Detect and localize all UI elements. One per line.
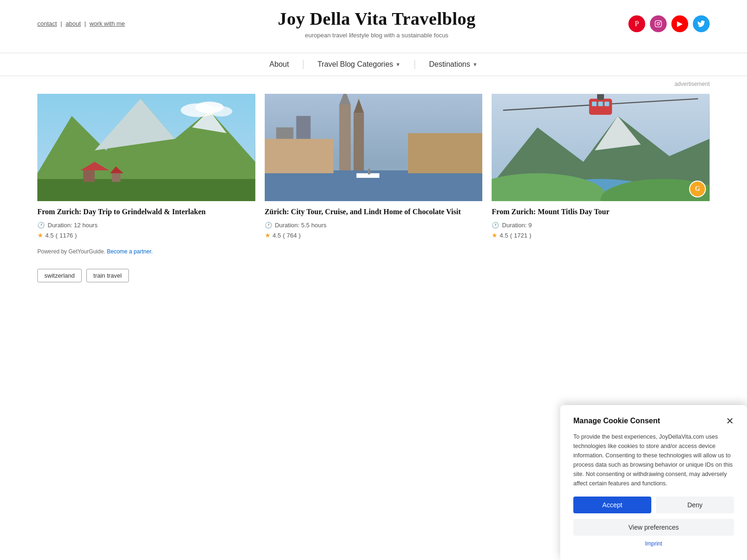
svg-rect-18 bbox=[339, 105, 351, 179]
clock-icon-2: 🕐 bbox=[265, 222, 272, 229]
card-rating-2: ★ 4.5 (764) bbox=[265, 231, 483, 239]
powered-by: Powered by GetYourGuide. Become a partne… bbox=[37, 248, 710, 255]
header-center: Joy Della Vita Travelblog european trave… bbox=[184, 8, 569, 39]
svg-rect-24 bbox=[368, 168, 370, 174]
card-3: G From Zurich: Mount Titlis Day Tour 🕐 D… bbox=[492, 94, 710, 239]
svg-point-2 bbox=[660, 21, 661, 22]
svg-rect-0 bbox=[655, 21, 661, 27]
chevron-down-icon-2: ▼ bbox=[472, 62, 478, 67]
clock-icon-3: 🕐 bbox=[492, 222, 499, 229]
svg-rect-26 bbox=[408, 133, 483, 173]
nav-destinations[interactable]: Destinations ▼ bbox=[415, 60, 492, 69]
svg-rect-40 bbox=[605, 102, 609, 106]
separator-2: | bbox=[85, 20, 86, 27]
cards-row: From Zurich: Day Trip to Grindelwald & I… bbox=[37, 94, 710, 239]
card-title-1[interactable]: From Zurich: Day Trip to Grindelwald & I… bbox=[37, 207, 255, 217]
getyourguide-badge: G bbox=[689, 181, 706, 197]
youtube-icon[interactable]: ▶ bbox=[671, 15, 688, 32]
pinterest-icon[interactable]: P bbox=[628, 15, 645, 32]
site-title: Joy Della Vita Travelblog bbox=[278, 8, 476, 29]
nav-travel-blog-categories[interactable]: Travel Blog Categories ▼ bbox=[303, 60, 415, 69]
card-title-3[interactable]: From Zurich: Mount Titlis Day Tour bbox=[492, 207, 710, 217]
about-link[interactable]: about bbox=[66, 20, 81, 27]
become-partner-link[interactable]: Become a partner. bbox=[107, 248, 153, 255]
svg-rect-8 bbox=[83, 170, 95, 182]
svg-rect-38 bbox=[592, 102, 597, 106]
card-2: Zürich: City Tour, Cruise, and Lindt Hom… bbox=[265, 94, 483, 239]
main-nav: About Travel Blog Categories ▼ Destinati… bbox=[0, 53, 747, 76]
rating-value-1: 4.5 bbox=[45, 232, 54, 239]
card-title-2[interactable]: Zürich: City Tour, Cruise, and Lindt Hom… bbox=[265, 207, 483, 217]
chevron-down-icon: ▼ bbox=[395, 62, 401, 67]
star-icon-2: ★ bbox=[265, 231, 271, 239]
work-with-me-link[interactable]: work with me bbox=[90, 20, 125, 27]
tag-train-travel[interactable]: train travel bbox=[86, 269, 129, 282]
card-image-3: G bbox=[492, 94, 710, 201]
svg-rect-7 bbox=[37, 179, 255, 201]
card-1: From Zurich: Day Trip to Grindelwald & I… bbox=[37, 94, 255, 239]
svg-point-1 bbox=[657, 22, 659, 25]
card-rating-3: ★ 4.5 (1721) bbox=[492, 231, 710, 239]
svg-rect-10 bbox=[112, 173, 120, 182]
social-icons: P ▶ bbox=[628, 15, 710, 32]
svg-rect-39 bbox=[599, 102, 603, 106]
top-links: contact | about | work with me bbox=[37, 20, 125, 27]
card-meta-3: 🕐 Duration: 9 bbox=[492, 222, 710, 229]
star-icon-3: ★ bbox=[492, 231, 498, 239]
rating-value-3: 4.5 bbox=[500, 232, 508, 239]
star-icon-1: ★ bbox=[37, 231, 43, 239]
card-duration-2: Duration: 5.5 hours bbox=[275, 222, 327, 229]
advertisement-label: advertisement bbox=[0, 76, 747, 89]
top-bar: contact | about | work with me Joy Della… bbox=[0, 0, 747, 43]
svg-rect-35 bbox=[598, 94, 604, 100]
tag-switzerland[interactable]: switzerland bbox=[37, 269, 82, 282]
card-duration-3: Duration: 9 bbox=[502, 222, 532, 229]
svg-rect-34 bbox=[589, 99, 612, 115]
card-rating-1: ★ 4.5 (1176) bbox=[37, 231, 255, 239]
tags-row: switzerland train travel bbox=[37, 269, 710, 282]
card-meta-1: 🕐 Duration: 12 hours bbox=[37, 222, 255, 229]
svg-point-14 bbox=[209, 106, 232, 117]
twitter-icon[interactable] bbox=[693, 15, 710, 32]
svg-rect-25 bbox=[265, 139, 333, 174]
nav-inner: About Travel Blog Categories ▼ Destinati… bbox=[0, 53, 747, 76]
card-image-2 bbox=[265, 94, 483, 201]
contact-link[interactable]: contact bbox=[37, 20, 57, 27]
card-image-1 bbox=[37, 94, 255, 201]
rating-reviews-1: ( bbox=[56, 232, 57, 239]
svg-rect-20 bbox=[353, 113, 364, 179]
separator-1: | bbox=[61, 20, 62, 27]
main-content: From Zurich: Day Trip to Grindelwald & I… bbox=[0, 94, 747, 301]
card-duration-1: Duration: 12 hours bbox=[48, 222, 98, 229]
clock-icon-1: 🕐 bbox=[37, 222, 45, 229]
card-meta-2: 🕐 Duration: 5.5 hours bbox=[265, 222, 483, 229]
rating-value-2: 4.5 bbox=[273, 232, 281, 239]
svg-rect-23 bbox=[356, 173, 379, 178]
site-subtitle: european travel lifestyle blog with a su… bbox=[278, 32, 476, 39]
nav-about[interactable]: About bbox=[255, 60, 303, 69]
instagram-icon[interactable] bbox=[650, 15, 667, 32]
